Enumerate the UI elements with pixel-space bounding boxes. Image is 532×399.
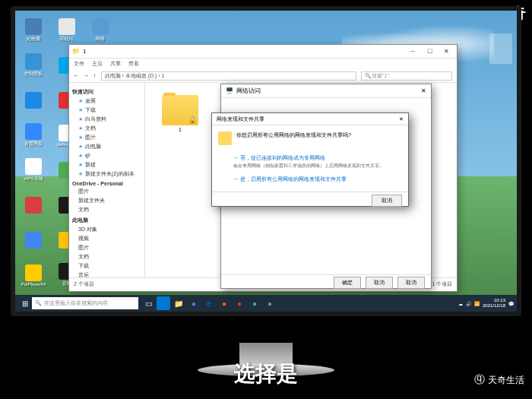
shield-icon — [218, 131, 232, 145]
tray-icon[interactable]: 📶 — [474, 301, 480, 306]
explorer-titlebar[interactable]: 📁 1 ─ ☐ ✕ — [69, 45, 457, 59]
tab-view[interactable]: 查看 — [128, 60, 139, 68]
tab-share[interactable]: 共享 — [110, 60, 121, 68]
sidebar-item[interactable]: 文档 — [71, 124, 143, 133]
search-icon: 🔍 — [35, 300, 42, 306]
dialog-question: 你想启用所有公用网络的网络发现和文件共享吗? — [236, 131, 351, 145]
system-tray: ☁ 🔊 📶 10:13 2021/12/18 💬 — [458, 298, 514, 308]
video-caption: 选择是 — [0, 359, 532, 388]
folder-item[interactable]: 1 — [157, 95, 203, 135]
sidebar-item[interactable]: 新建文件夹 — [71, 196, 143, 205]
minimize-button[interactable]: ─ — [405, 46, 420, 57]
sidebar-item[interactable]: 文档 — [71, 205, 143, 214]
taskbar-app[interactable]: 📁 — [172, 296, 185, 310]
network-titlebar[interactable]: 🖥️ 网络访问 ✕ — [221, 84, 431, 98]
taskbar-app[interactable]: e — [202, 296, 216, 310]
close-button[interactable]: ✕ — [421, 87, 426, 94]
taskbar: ⊞ 🔍 在这里输入你要搜索的内容 ▭ 📁 ● e ● ● ● ● ☁ 🔊 📶 1… — [15, 295, 517, 312]
option-no-desc: 会在专用网络（例如家庭和工作场所的网络）上启用网络发现和文件共享。 — [218, 163, 402, 169]
address-bar-row: ← → ↑ 此电脑 › 本地磁盘 (D:) › 1 🔍搜索"1" — [69, 69, 457, 83]
sidebar-item[interactable]: 视频 — [71, 234, 143, 243]
taskbar-search[interactable]: 🔍 在这里输入你要搜索的内容 — [32, 297, 138, 309]
sidebar-item[interactable]: 砂 — [71, 151, 143, 160]
taskbar-app[interactable]: ● — [248, 296, 261, 310]
sidebar-item[interactable]: 下载 — [71, 106, 143, 115]
desktop-screen: 此电脑 回收站 网络 控制面板 百度网盘 debug.log WPS表格 Pot… — [15, 11, 517, 312]
dialog-title: 网络发现和文件共享 — [217, 116, 264, 123]
tray-icon[interactable]: ☁ — [458, 301, 463, 306]
dialog-titlebar[interactable]: 网络发现和文件共享 ✕ — [212, 113, 408, 125]
taskbar-app[interactable] — [157, 296, 170, 310]
sidebar-item[interactable]: 下载 — [71, 261, 143, 271]
desktop-icon[interactable]: 网络 — [85, 14, 116, 47]
sidebar-item[interactable]: 图片 — [71, 187, 143, 196]
start-button[interactable]: ⊞ — [18, 296, 32, 310]
desktop-icon[interactable] — [18, 223, 49, 257]
navigation-pane: 快速访问 桌面 下载 白马资料 文档 图片 此电脑 砂 新建 新建文件夹(2)的… — [69, 83, 145, 277]
sidebar-item[interactable]: 图片 — [71, 133, 143, 142]
tray-icon[interactable]: 🔊 — [466, 301, 471, 306]
window-title: 1 — [83, 48, 86, 55]
search-input[interactable]: 🔍搜索"1" — [361, 71, 452, 81]
maximize-button[interactable]: ☐ — [422, 46, 437, 57]
sidebar-item[interactable]: 此电脑 — [71, 142, 143, 151]
desktop-icon[interactable]: 控制面板 — [18, 49, 49, 82]
clock[interactable]: 10:13 2021/12/18 — [483, 298, 505, 308]
folder-icon: 📁 — [72, 48, 80, 55]
close-button[interactable]: ✕ — [399, 116, 404, 122]
sidebar-onedrive[interactable]: OneDrive - Personal — [71, 180, 143, 187]
sidebar-this-pc[interactable]: 此电脑 — [71, 216, 143, 225]
tab-file[interactable]: 文件 — [74, 60, 84, 68]
desktop-widget[interactable] — [489, 33, 512, 64]
desktop-icon[interactable]: 此电脑 — [18, 14, 49, 47]
network-icon: 🖥️ — [226, 87, 233, 94]
taskbar-app[interactable]: ● — [263, 296, 277, 310]
sidebar-item[interactable]: 白马资料 — [71, 115, 143, 124]
cancel-button[interactable]: 取消 — [366, 277, 393, 289]
sidebar-item[interactable]: 新建 — [71, 160, 143, 169]
sidebar-item[interactable]: 桌面 — [71, 97, 143, 106]
status-item-count: 2 个项目 — [74, 280, 94, 288]
sidebar-item[interactable]: 文档 — [71, 252, 143, 261]
taskbar-app[interactable]: ● — [187, 296, 201, 310]
option-yes[interactable]: 是，启用所有公用网络的网络发现和文件共享 — [218, 173, 402, 185]
monitor-frame: 此电脑 回收站 网络 控制面板 百度网盘 debug.log WPS表格 Pot… — [11, 6, 521, 316]
network-discovery-dialog: 网络发现和文件共享 ✕ 你想启用所有公用网络的网络发现和文件共享吗? 否，使已连… — [211, 112, 409, 207]
desktop-icon[interactable] — [18, 84, 49, 117]
task-view-button[interactable]: ▭ — [141, 296, 155, 310]
desktop-icon[interactable]: PotPlayer64 — [18, 258, 49, 292]
desktop-icon[interactable]: 回收站 — [52, 14, 82, 47]
up-button[interactable]: ↑ — [93, 73, 97, 78]
folder-icon — [162, 95, 198, 125]
network-title: 网络访问 — [236, 87, 261, 95]
search-icon: 🔍 — [365, 73, 372, 79]
taskbar-app[interactable]: ● — [217, 296, 231, 310]
forward-button[interactable]: → — [84, 73, 89, 78]
desktop-icon[interactable]: WPS表格 — [18, 154, 49, 187]
tab-home[interactable]: 主页 — [92, 60, 103, 68]
dialog-body: 你想启用所有公用网络的网络发现和文件共享吗? 否，使已连接到的网络成为专用网络 … — [212, 125, 408, 192]
sidebar-quick-access[interactable]: 快速访问 — [71, 87, 143, 97]
apply-button[interactable]: 取消 — [397, 277, 425, 289]
ok-button[interactable]: 确定 — [334, 277, 361, 289]
address-bar[interactable]: 此电脑 › 本地磁盘 (D:) › 1 — [101, 71, 357, 81]
network-footer: 确定 取消 取消 — [221, 274, 431, 290]
taskbar-app[interactable]: ● — [233, 296, 246, 310]
desktop-icon[interactable]: 百度网盘 — [18, 119, 49, 152]
watermark-bottom-right: 天奇生活 — [474, 373, 524, 387]
close-button[interactable]: ✕ — [439, 46, 454, 57]
ribbon-tabs: 文件 主页 共享 查看 — [69, 59, 457, 69]
sidebar-item[interactable]: 图片 — [71, 243, 143, 252]
sidebar-item[interactable]: 3D 对象 — [71, 225, 143, 234]
dialog-footer: 取消 — [212, 192, 408, 208]
sidebar-item[interactable]: 音乐 — [71, 271, 143, 277]
notification-button[interactable]: 💬 — [508, 301, 514, 306]
sidebar-item[interactable]: 新建文件夹(2)的副本 — [71, 169, 143, 179]
desktop-icon[interactable] — [18, 188, 49, 222]
back-button[interactable]: ← — [74, 73, 79, 78]
cancel-button[interactable]: 取消 — [372, 195, 402, 207]
